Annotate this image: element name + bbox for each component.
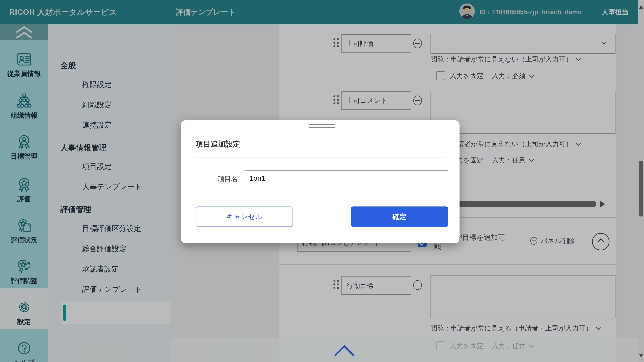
item-name-field[interactable]	[245, 170, 448, 186]
modal-drag-handle[interactable]	[309, 124, 335, 129]
modal-title: 項目追加設定	[196, 139, 240, 149]
add-item-modal: 項目追加設定 項目名 キャンセル 確定	[181, 120, 460, 243]
modal-divider	[196, 201, 445, 201]
field-label: 項目名	[214, 174, 238, 184]
app-root: RICOH 人財ポータルサービス 評価テンプレート ID：1104685955-…	[0, 0, 644, 362]
cancel-button[interactable]: キャンセル	[196, 206, 293, 227]
confirm-button[interactable]: 確定	[351, 206, 448, 227]
modal-divider	[196, 158, 445, 158]
